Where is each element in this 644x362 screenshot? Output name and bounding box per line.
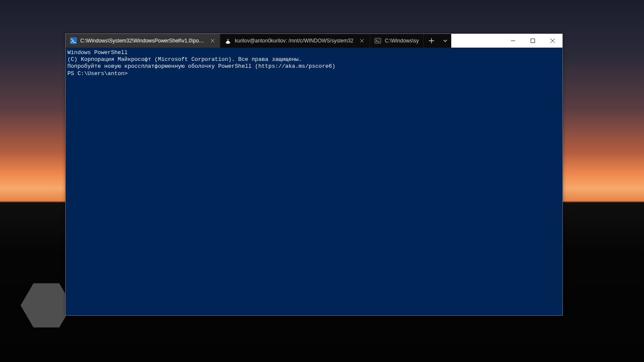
titlebar[interactable]: C:\Windows\System32\WindowsPowerShell\v1… (66, 34, 562, 48)
svg-point-8 (228, 39, 229, 40)
cursor (131, 70, 131, 76)
tab-dropdown-button[interactable] (439, 34, 451, 48)
terminal-line: Windows PowerShell (67, 49, 561, 56)
tab-powershell[interactable]: C:\Windows\System32\WindowsPowerShell\v1… (66, 34, 220, 48)
svg-point-10 (228, 43, 230, 44)
tab-wsl[interactable]: kurilov@anton0kurilov: /mnt/c/WINDOWS/sy… (220, 34, 370, 48)
svg-marker-0 (21, 283, 72, 327)
watermark-hexagon (21, 283, 72, 328)
terminal-window: C:\Windows\System32\WindowsPowerShell\v1… (65, 33, 563, 316)
close-button[interactable] (543, 34, 562, 48)
terminal-output[interactable]: Windows PowerShell(C) Корпорация Майкрос… (66, 48, 562, 315)
tab-row: C:\Windows\System32\WindowsPowerShell\v1… (66, 34, 451, 48)
svg-point-9 (226, 43, 228, 44)
svg-point-4 (227, 41, 229, 43)
cmd-icon (374, 37, 381, 44)
minimize-button[interactable] (503, 34, 523, 48)
tab-close-button[interactable] (358, 37, 365, 44)
tab-label: kurilov@anton0kurilov: /mnt/c/WINDOWS/sy… (235, 38, 353, 44)
svg-rect-11 (375, 38, 381, 43)
prompt: PS C:\Users\anton> (67, 70, 128, 77)
tux-icon (225, 37, 231, 44)
tab-label: C:\Windows\System32\WindowsPowerShell\v1… (80, 38, 204, 44)
titlebar-drag-region[interactable] (451, 34, 503, 48)
terminal-line: (C) Корпорация Майкрософт (Microsoft Cor… (67, 56, 561, 63)
svg-rect-14 (531, 39, 535, 43)
tab-cmd[interactable]: C:\Windows\sy (370, 34, 423, 48)
tab-close-button[interactable] (210, 37, 216, 44)
window-controls (503, 34, 562, 48)
powershell-icon (70, 37, 77, 44)
maximize-button[interactable] (523, 34, 543, 48)
svg-point-7 (227, 39, 228, 40)
new-tab-button[interactable] (424, 34, 439, 48)
tab-label: C:\Windows\sy (385, 38, 419, 44)
terminal-line: Попробуйте новую кроссплатформенную обол… (67, 63, 561, 70)
